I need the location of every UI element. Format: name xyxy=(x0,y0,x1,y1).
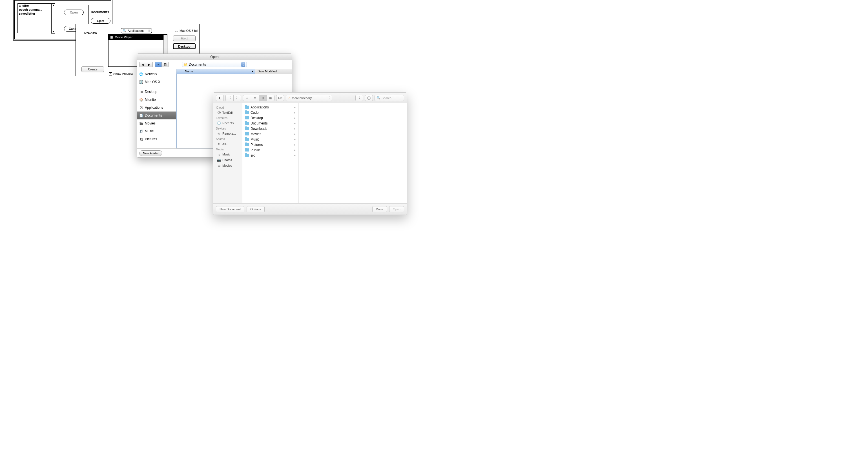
show-preview-label: Show Preview xyxy=(113,72,133,75)
search-icon: 🔍 xyxy=(376,96,380,100)
search-field[interactable]: 🔍 Search xyxy=(375,95,404,101)
location-popup[interactable]: 🔍 Applications ▲▼ xyxy=(121,28,152,33)
sidebar-item-desktop[interactable]: 🖥Desktop xyxy=(137,88,176,96)
sidebar-heading-media: Media xyxy=(213,147,242,152)
sidebar-item-label: Movies xyxy=(222,164,232,167)
share-button[interactable]: ⇪ xyxy=(355,95,363,101)
sidebar-item-applications[interactable]: ⒶApplications xyxy=(137,104,176,111)
column-header-name[interactable]: Name xyxy=(177,69,255,74)
sidebar-item-music[interactable]: ♫Music xyxy=(213,152,242,157)
footer: New Document Options Done Open xyxy=(213,203,407,214)
desktop-button[interactable]: Desktop xyxy=(173,43,195,49)
network-icon: ⊕ xyxy=(217,142,221,146)
window-title: Open xyxy=(137,54,292,60)
location-label: Documents xyxy=(91,10,109,14)
pictures-icon: 🖼 xyxy=(139,137,143,141)
folder-icon xyxy=(245,132,249,135)
back-button[interactable]: ◀ xyxy=(139,62,146,67)
sidebar-item-home[interactable]: 🏠Midnite xyxy=(137,96,176,104)
back-button[interactable]: 〈 xyxy=(225,95,234,101)
sidebar-item-photos[interactable]: 📷Photos xyxy=(213,157,242,163)
view-switcher: ≡ ▥ xyxy=(155,62,168,67)
folder-item[interactable]: Pictures▶ xyxy=(242,142,299,147)
list-view-button[interactable]: ≡ xyxy=(251,95,259,101)
group-by-button[interactable]: ⊟▾ xyxy=(276,95,284,101)
column-header-date[interactable]: Date Modified xyxy=(255,69,292,74)
done-button[interactable]: Done xyxy=(372,206,387,212)
sidebar-item-disk[interactable]: 💽Mac OS X xyxy=(137,78,176,86)
folder-item[interactable]: Desktop▶ xyxy=(242,115,299,121)
disk-label: ⌓ Mac OS 8 full xyxy=(175,29,198,33)
folder-item[interactable]: Documents▶ xyxy=(242,121,299,126)
gallery-view-button[interactable]: ▦ xyxy=(267,95,275,101)
folder-item[interactable]: Code▶ xyxy=(242,110,299,115)
column-view-button[interactable]: ▥ xyxy=(162,62,168,67)
magnifier-icon: 🔍 xyxy=(123,29,127,33)
folder-label: Public xyxy=(251,148,260,152)
list-view-button[interactable]: ≡ xyxy=(155,62,162,67)
options-button[interactable]: Options xyxy=(247,206,265,212)
disk-name: Mac OS 8 full xyxy=(180,29,198,32)
list-icon: ≡ xyxy=(157,63,159,66)
chevron-right-icon: ▶ xyxy=(293,149,296,152)
folder-column: Applications▶ Code▶ Desktop▶ Documents▶ … xyxy=(242,103,299,203)
chevron-right-icon: ▶ xyxy=(293,143,296,146)
sidebar-item-pictures[interactable]: 🖼Pictures xyxy=(137,135,176,143)
create-button[interactable]: Create xyxy=(82,66,104,72)
new-folder-button[interactable]: New Folder xyxy=(139,150,162,156)
chevron-right-icon: ▶ xyxy=(293,111,296,114)
new-document-button[interactable]: New Document xyxy=(216,206,244,212)
location-popup[interactable]: 📁 Documents ▲▼ xyxy=(182,62,247,67)
sidebar-toggle-button[interactable]: ◧ xyxy=(216,95,224,101)
file-item[interactable]: savedletter xyxy=(18,11,51,15)
folder-item[interactable]: src▶ xyxy=(242,153,299,158)
chevron-right-icon: ▶ xyxy=(293,127,296,130)
sidebar-item-label: Photos xyxy=(222,158,232,162)
folder-icon xyxy=(245,138,249,141)
eject-button[interactable]: Eject xyxy=(173,35,195,41)
sidebar-item-music[interactable]: 🎵Music xyxy=(137,127,176,135)
file-item[interactable]: psych summa... xyxy=(18,8,51,11)
sidebar-item-network[interactable]: 🌐Network xyxy=(137,70,176,78)
column-view-button[interactable]: ▥ xyxy=(259,95,267,101)
file-item[interactable]: a letter xyxy=(18,4,51,8)
grid-icon: ⊞ xyxy=(246,96,248,100)
empty-column xyxy=(299,103,407,203)
music-icon: 🎵 xyxy=(139,129,143,133)
sidebar-item-movies[interactable]: ▤Movies xyxy=(213,163,242,168)
sidebar-item-documents[interactable]: 📄Documents xyxy=(137,111,176,120)
sidebar-item-remote[interactable]: ◎Remote... xyxy=(213,131,242,136)
sidebar-item-recents[interactable]: 🕘Recents xyxy=(213,120,242,126)
show-preview-checkbox[interactable]: Show Preview xyxy=(109,72,133,75)
file-item-label: Movie Player xyxy=(115,35,133,39)
tags-button[interactable]: ◯ xyxy=(365,95,373,101)
app-icon: Ⓐ xyxy=(217,111,221,114)
folder-item[interactable]: Downloads▶ xyxy=(242,126,299,131)
chevron-right-icon: ▶ xyxy=(293,106,296,109)
folder-item[interactable]: Applications▶ xyxy=(242,104,299,110)
desktop-icon: 🖥 xyxy=(139,90,143,94)
chevron-right-icon: 〉 xyxy=(236,96,239,100)
location-popup[interactable]: ⌂ marcinwichary ˄˅ xyxy=(286,95,332,101)
scroll-up-icon[interactable]: ▴ xyxy=(52,4,55,7)
eject-button[interactable]: Eject xyxy=(91,18,111,24)
sidebar-item-label: Remote... xyxy=(222,132,236,135)
forward-button[interactable]: 〉 xyxy=(234,95,241,101)
open-button[interactable]: Open xyxy=(64,9,84,15)
folder-item[interactable]: Public▶ xyxy=(242,147,299,153)
folder-item[interactable]: Movies▶ xyxy=(242,131,299,137)
sidebar-item-all[interactable]: ⊕All... xyxy=(213,141,242,147)
forward-button[interactable]: ▶ xyxy=(146,62,153,67)
file-item-selected[interactable]: ▦ Movie Player xyxy=(108,35,167,40)
folder-icon xyxy=(245,111,249,114)
scrollbar[interactable]: ▴ ▾ xyxy=(51,3,55,34)
sidebar-item-textedit[interactable]: ⒶTextEdit xyxy=(213,110,242,115)
icon-view-button[interactable]: ⊞ xyxy=(243,95,251,101)
open-button[interactable]: Open xyxy=(389,206,404,212)
folder-item[interactable]: Music▶ xyxy=(242,137,299,142)
file-list[interactable]: a letter psych summa... savedletter ▴ ▾ xyxy=(18,3,51,33)
scroll-down-icon[interactable]: ▾ xyxy=(52,30,55,33)
column-headers: Name Date Modified xyxy=(177,69,292,74)
folder-icon xyxy=(245,106,249,109)
sidebar-item-movies[interactable]: 🎬Movies xyxy=(137,120,176,127)
